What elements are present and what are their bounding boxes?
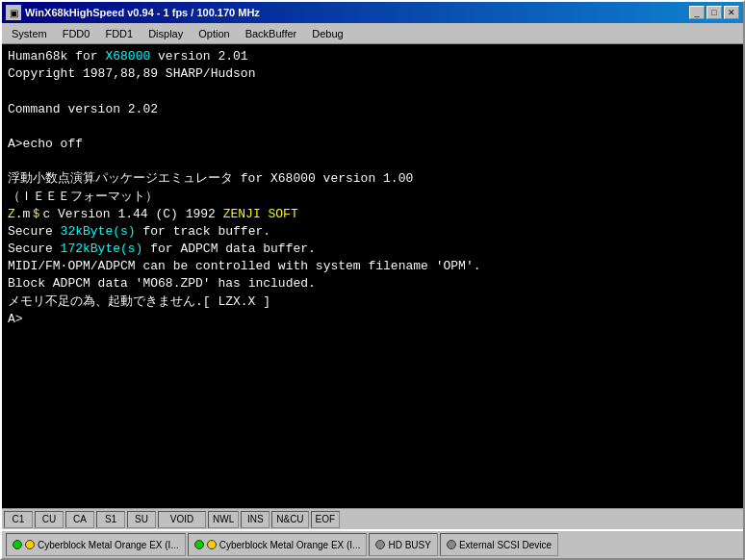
- led-3-gray: [375, 540, 385, 549]
- status-bar: C1 CU CA S1 SU VOID NWL INS N&CU EOF: [2, 508, 743, 529]
- terminal-line-14: Block ADPCM data 'MO68.ZPD' has included…: [8, 275, 737, 293]
- taskbar-item-3[interactable]: HD BUSY: [369, 533, 437, 556]
- led-1-yellow: [25, 540, 35, 549]
- main-window: ▣ WinX68kHighSpeed v0.94 - 1 fps / 100.1…: [0, 0, 745, 560]
- taskbar-label-4: External SCSI Device: [459, 540, 552, 550]
- status-su: SU: [127, 511, 156, 528]
- app-icon: ▣: [6, 5, 21, 20]
- terminal-line-1: Human68k for X68000 version 2.01: [8, 48, 737, 65]
- menu-fdd1[interactable]: FDD1: [97, 24, 141, 43]
- terminal-line-8: 浮動小数点演算パッケージエミュレータ for X68000 version 1.…: [8, 170, 737, 188]
- status-eof: EOF: [311, 511, 341, 528]
- terminal-line-2: Copyright 1987,88,89 SHARP/Hudson: [8, 65, 737, 83]
- taskbar-item-4[interactable]: External SCSI Device: [440, 533, 558, 556]
- terminal-line-6: A>echo off: [8, 136, 737, 153]
- terminal-line-15: メモリ不足の為、起動できません.[ LZX.X ]: [8, 293, 737, 311]
- status-nwl: NWL: [208, 511, 239, 528]
- maximize-button[interactable]: □: [706, 6, 722, 19]
- title-bar: ▣ WinX68kHighSpeed v0.94 - 1 fps / 100.1…: [2, 2, 743, 23]
- title-buttons: _ □ ✕: [689, 6, 739, 19]
- menu-backbuffer[interactable]: BackBuffer: [238, 24, 305, 43]
- terminal-line-13: MIDI/FM·OPM/ADPCM can be controlled with…: [8, 258, 737, 275]
- led-4-gray: [447, 540, 456, 549]
- taskbar: Cyberblock Metal Orange EX (I... Cyberbl…: [2, 529, 743, 558]
- title-bar-left: ▣ WinX68kHighSpeed v0.94 - 1 fps / 100.1…: [6, 5, 260, 20]
- taskbar-label-3: HD BUSY: [388, 540, 430, 550]
- menu-bar: System FDD0 FDD1 Display Option BackBuff…: [2, 23, 743, 44]
- status-cu: CU: [35, 511, 64, 528]
- minimize-button[interactable]: _: [689, 6, 705, 19]
- status-void: VOID: [158, 511, 206, 528]
- terminal-line-3: [8, 83, 737, 100]
- terminal-line-9: （ＩＥＥＥフォーマット）: [8, 189, 737, 206]
- terminal-line-7: [8, 153, 737, 170]
- status-ins: INS: [241, 511, 270, 528]
- led-2-yellow: [207, 540, 217, 549]
- taskbar-label-1: Cyberblock Metal Orange EX (I...: [38, 540, 179, 550]
- taskbar-item-1[interactable]: Cyberblock Metal Orange EX (I...: [6, 533, 186, 556]
- window-title: WinX68kHighSpeed v0.94 - 1 fps / 100.170…: [25, 7, 260, 18]
- status-ca: CA: [65, 511, 94, 528]
- menu-system[interactable]: System: [4, 24, 55, 43]
- terminal-line-11: Secure 32kByte(s) for track buffer.: [8, 223, 737, 241]
- terminal-line-5: [8, 118, 737, 136]
- close-button[interactable]: ✕: [724, 6, 739, 19]
- led-1-green: [13, 540, 22, 549]
- status-n-cu: N&CU: [271, 511, 308, 528]
- terminal-line-12: Secure 172kByte(s) for ADPCM data buffer…: [8, 241, 737, 258]
- menu-option[interactable]: Option: [191, 24, 237, 43]
- status-s1: S1: [96, 511, 125, 528]
- led-2-green: [194, 540, 204, 549]
- status-c1: C1: [4, 511, 33, 528]
- taskbar-label-2: Cyberblock Metal Orange EX (I...: [219, 540, 361, 550]
- menu-display[interactable]: Display: [141, 24, 191, 43]
- terminal-line-4: Command version 2.02: [8, 101, 737, 118]
- terminal-line-16: A>: [8, 311, 737, 328]
- menu-debug[interactable]: Debug: [304, 24, 350, 43]
- taskbar-item-2[interactable]: Cyberblock Metal Orange EX (I...: [188, 533, 368, 556]
- terminal-screen: Human68k for X68000 version 2.01 Copyrig…: [2, 44, 743, 508]
- menu-fdd0[interactable]: FDD0: [55, 24, 98, 43]
- terminal-line-10: Z.m＄c Version 1.44 (C) 1992 ZENJI SOFT: [8, 206, 737, 223]
